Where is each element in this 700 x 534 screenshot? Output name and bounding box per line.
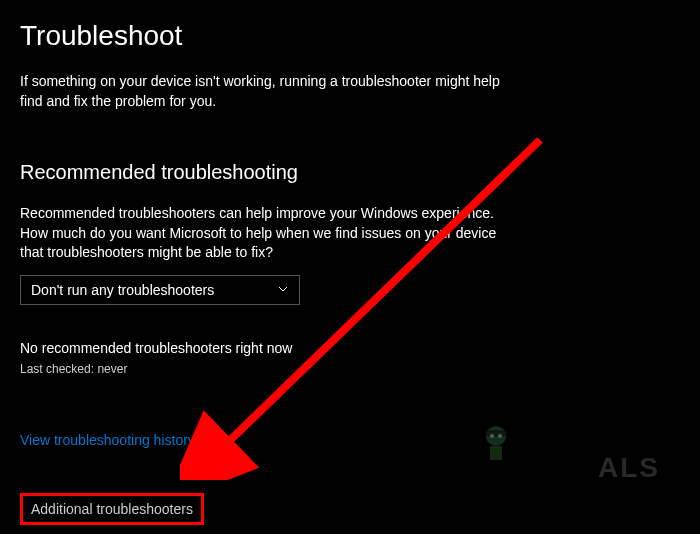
troubleshooter-preference-select[interactable]: Don't run any troubleshooters [20,275,300,305]
svg-point-5 [498,434,502,438]
select-value: Don't run any troubleshooters [31,282,214,298]
watermark-mascot-icon [472,416,520,464]
recommended-description: Recommended troubleshooters can help imp… [20,204,500,263]
page-title: Troubleshoot [20,20,680,52]
svg-rect-6 [490,446,502,460]
recommended-status: No recommended troubleshooters right now [20,340,680,356]
watermark-text: ALS [598,452,660,484]
page-description: If something on your device isn't workin… [20,72,500,111]
svg-rect-3 [486,430,506,436]
additional-troubleshooters-link[interactable]: Additional troubleshooters [31,501,193,517]
last-checked-text: Last checked: never [20,362,680,376]
svg-point-4 [490,434,494,438]
chevron-down-icon [277,282,289,298]
view-history-link[interactable]: View troubleshooting history [20,432,195,448]
recommended-section-title: Recommended troubleshooting [20,161,680,184]
additional-troubleshooters-highlight: Additional troubleshooters [20,493,204,525]
